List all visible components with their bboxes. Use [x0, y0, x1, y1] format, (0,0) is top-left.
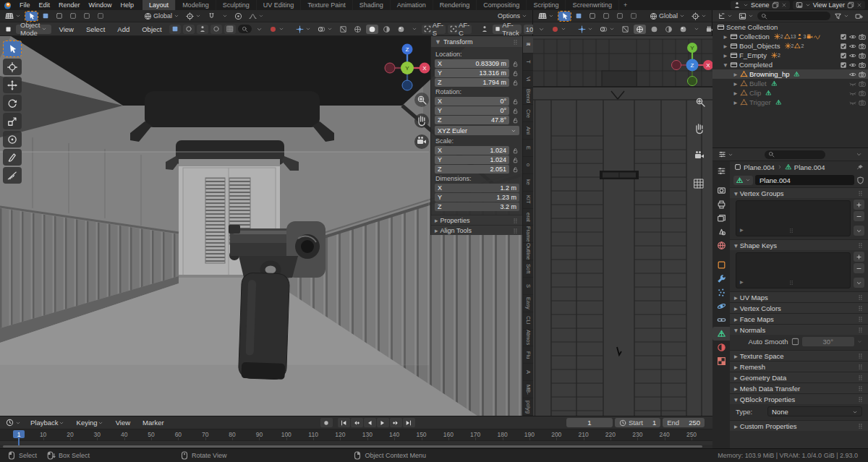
- axis-value-field[interactable]: Y1.23 m: [435, 193, 519, 202]
- frame-end-field[interactable]: End250: [663, 418, 705, 427]
- workspace-tab-scripting[interactable]: Scripting: [527, 0, 566, 10]
- panel-header[interactable]: ▾Vertex Groups: [730, 188, 868, 198]
- expander-arrow-icon[interactable]: ▾: [723, 61, 728, 69]
- blender-logo-icon[interactable]: [4, 1, 12, 9]
- gizmo-neg-y-axis[interactable]: [688, 77, 697, 86]
- panel-header[interactable]: ▸Texture Space: [730, 351, 868, 361]
- lock-toggle[interactable]: [511, 70, 519, 77]
- skip-end-button[interactable]: [403, 418, 415, 427]
- menu-edit[interactable]: Edit: [35, 1, 55, 9]
- eye-toggle[interactable]: [849, 71, 856, 78]
- axis-value-field[interactable]: Z2.051: [435, 165, 509, 174]
- shading-solid[interactable]: [648, 25, 660, 34]
- properties-tab-object[interactable]: [712, 258, 730, 272]
- panel-header[interactable]: ▸Face Maps: [730, 314, 868, 324]
- n-panel-tab-outline[interactable]: Outline: [523, 243, 533, 260]
- menu-file[interactable]: File: [15, 1, 35, 9]
- properties-tab-output[interactable]: [712, 197, 730, 211]
- select-mode-invert[interactable]: [81, 12, 93, 21]
- outliner-row-clip[interactable]: ▸Clip: [712, 88, 868, 98]
- axis-value-field[interactable]: X1.024: [435, 146, 509, 155]
- editor-type-select[interactable]: [3, 12, 23, 21]
- n-panel-tab-polyg[interactable]: polyg: [523, 398, 533, 416]
- align-tools-panel-header[interactable]: ▸Align Tools: [431, 225, 522, 235]
- n-panel-tab-cli[interactable]: CLI: [523, 312, 533, 330]
- hardops-button[interactable]: [549, 25, 569, 34]
- select-mode-subtract[interactable]: [67, 12, 79, 21]
- outliner-row-browning_hp[interactable]: ▸Browning_hp: [712, 69, 868, 79]
- transform-orientation-select[interactable]: Global: [647, 12, 687, 21]
- remove-item-button[interactable]: [854, 211, 864, 221]
- workspace-tab-screenwriting[interactable]: Screenwriting: [566, 0, 619, 10]
- tool-scale-button[interactable]: [3, 113, 22, 129]
- af-track-toggle[interactable]: AF-Track: [493, 25, 521, 34]
- scene-name[interactable]: Scene: [751, 1, 770, 9]
- viewport-secondary-canvas[interactable]: Y X Z: [533, 36, 712, 416]
- workspace-tab-layout[interactable]: Layout: [142, 0, 176, 10]
- collapsed-menus-toggle[interactable]: [254, 25, 265, 34]
- tool-cursor3d-button[interactable]: [3, 59, 22, 75]
- properties-tab-material[interactable]: [712, 341, 730, 354]
- tool-move-button[interactable]: [3, 77, 22, 93]
- menu-render[interactable]: Render: [54, 1, 85, 9]
- camera-photo-toggle[interactable]: [859, 43, 866, 50]
- shading-solid[interactable]: [366, 25, 378, 34]
- snap-toggle[interactable]: [205, 12, 218, 21]
- properties-tab-tool[interactable]: [712, 164, 730, 178]
- eye-closed-toggle[interactable]: [849, 99, 856, 106]
- eye-toggle[interactable]: [849, 43, 856, 50]
- play-rev-button[interactable]: [364, 418, 376, 427]
- lock-toggle[interactable]: [511, 61, 519, 67]
- properties-tab-render[interactable]: [712, 184, 730, 197]
- axis-value-field[interactable]: X0°: [435, 97, 509, 106]
- camera-photo-toggle[interactable]: [859, 33, 866, 40]
- show-gizmo-dropdown[interactable]: [576, 25, 595, 34]
- outliner-editor-type[interactable]: [715, 12, 735, 21]
- vertex-groups-list[interactable]: ▸: [736, 200, 851, 236]
- overlays-dropdown[interactable]: [597, 25, 617, 34]
- properties-tab-particles[interactable]: [712, 286, 730, 299]
- timeline-menu-keying[interactable]: Keying: [72, 419, 109, 427]
- shading-options[interactable]: [692, 25, 702, 34]
- proportional-editing-toggle[interactable]: [232, 12, 244, 21]
- eye-closed-toggle[interactable]: [849, 80, 856, 87]
- n-panel-tab-blend[interactable]: Blend: [523, 88, 533, 106]
- add-item-button[interactable]: [854, 252, 864, 262]
- workspace-tab-texture-paint[interactable]: Texture Paint: [301, 0, 353, 10]
- show-gizmo-dropdown[interactable]: [294, 25, 313, 34]
- editor-type-select[interactable]: [536, 12, 556, 21]
- af-s-button[interactable]: AF-S: [422, 25, 446, 34]
- outliner-row-bool_objects[interactable]: ▸Bool_Objects22: [712, 41, 868, 51]
- n-panel-tab-kit[interactable]: KIT: [523, 192, 533, 209]
- panel-header[interactable]: ▾Normals: [730, 325, 868, 335]
- current-frame-field[interactable]: 1: [566, 418, 613, 427]
- lock-toggle[interactable]: [511, 80, 519, 86]
- shading-wireframe[interactable]: [352, 25, 364, 34]
- n-panel-tab-s[interactable]: S: [523, 278, 533, 295]
- panel-header[interactable]: ▾Shape Keys: [730, 240, 868, 250]
- select-mode-subtract[interactable]: [600, 12, 612, 21]
- tool-cursor-button[interactable]: [3, 40, 22, 57]
- select-mode-new[interactable]: [573, 12, 584, 21]
- auto-smooth-angle-field[interactable]: 30°: [802, 337, 855, 346]
- eye-closed-toggle[interactable]: [849, 90, 856, 97]
- auto-smooth-checkbox[interactable]: [791, 338, 799, 346]
- axis-value-field[interactable]: X0.83309 m: [435, 59, 509, 68]
- skip-start-button[interactable]: [338, 418, 350, 427]
- properties-tab-modifiers[interactable]: [712, 272, 730, 286]
- lock-toggle[interactable]: [511, 147, 519, 154]
- expander-arrow-icon[interactable]: ▸: [723, 33, 728, 40]
- n-panel-tab-vi[interactable]: Vi: [523, 71, 533, 88]
- outliner-search-input[interactable]: [757, 12, 830, 20]
- panel-header[interactable]: ▸Geometry Data: [730, 372, 868, 382]
- viewport-search-input[interactable]: [238, 25, 252, 33]
- properties-tab-texture[interactable]: [712, 354, 730, 368]
- outliner-row-collection[interactable]: ▸Collection2133: [712, 32, 868, 41]
- n-panel-tab-it[interactable]: It: [523, 36, 533, 54]
- axis-value-field[interactable]: Z1.794 m: [435, 78, 509, 87]
- timeline-editor-type[interactable]: [4, 418, 23, 427]
- panel-header[interactable]: ▸Mesh Data Transfer: [730, 383, 868, 393]
- af-pose-icon[interactable]: [479, 25, 490, 34]
- shape-keys-list[interactable]: ▸: [736, 252, 851, 288]
- properties-panel-header[interactable]: ▸Properties: [431, 215, 522, 225]
